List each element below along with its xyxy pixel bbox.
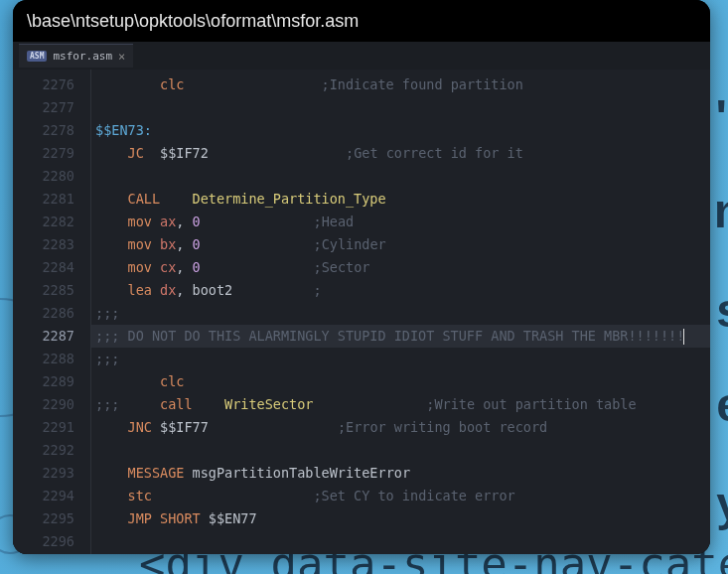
line-number: 2290 (13, 393, 74, 416)
editor-window: \base\ntsetup\opktools\oformat\msfor.asm… (13, 0, 710, 554)
window-title: \base\ntsetup\opktools\oformat\msfor.asm (27, 11, 359, 32)
code-line[interactable]: JNC $$IF77 ;Error writing boot record (95, 416, 710, 439)
code-editor[interactable]: 2276227722782279228022812282228322842285… (13, 70, 710, 554)
code-line[interactable]: mov bx, 0 ;Cylinder (95, 233, 710, 256)
line-number: 2296 (13, 530, 74, 553)
line-number-gutter: 2276227722782279228022812282228322842285… (13, 70, 90, 554)
line-number: 2287 (13, 325, 74, 348)
code-line[interactable]: JMP SHORT $$EN77 (95, 507, 710, 530)
code-line[interactable]: $$EN73: (95, 119, 710, 142)
bg-text-fragment: n (714, 184, 728, 238)
code-line[interactable]: clc ;Indicate found partition (95, 73, 710, 96)
line-number: 2276 (13, 73, 74, 96)
bg-text-fragment: e (716, 377, 728, 432)
line-number: 2289 (13, 370, 74, 393)
line-number: 2277 (13, 96, 74, 119)
code-content[interactable]: clc ;Indicate found partition $$EN73: JC… (91, 70, 710, 554)
code-line[interactable]: clc (95, 370, 710, 393)
line-number: 2292 (13, 439, 74, 462)
tab-msfor[interactable]: ASM msfor.asm × (19, 44, 133, 68)
line-number: 2279 (13, 142, 74, 165)
line-number: 2288 (13, 348, 74, 370)
close-icon[interactable]: × (118, 50, 125, 64)
line-number: 2281 (13, 188, 74, 211)
line-number: 2283 (13, 233, 74, 256)
code-line[interactable] (95, 165, 710, 188)
code-line[interactable] (95, 530, 710, 553)
bg-text-fragment: y (716, 477, 728, 531)
code-line[interactable]: ;;; (95, 348, 710, 370)
code-line[interactable]: mov ax, 0 ;Head (95, 211, 710, 233)
line-number: 2282 (13, 211, 74, 233)
code-line[interactable]: JC $$IF72 ;Get correct id for it (95, 142, 710, 165)
code-line[interactable]: mov cx, 0 ;Sector (95, 256, 710, 279)
code-line[interactable]: CALL Determine_Partition_Type (95, 188, 710, 211)
code-line[interactable]: stc ;Set CY to indicate error (95, 485, 710, 507)
window-titlebar[interactable]: \base\ntsetup\opktools\oformat\msfor.asm (13, 0, 710, 42)
line-number: 2285 (13, 279, 74, 302)
bg-text-fragment: '; (716, 89, 728, 144)
tab-filename: msfor.asm (53, 50, 112, 63)
text-cursor (683, 329, 684, 345)
code-line[interactable]: ;;; DO NOT DO THIS ALARMINGLY STUPID IDI… (91, 325, 710, 348)
code-line[interactable]: ;;; call WriteSector ;Write out partitio… (95, 393, 710, 416)
line-number: 2294 (13, 485, 74, 507)
code-line[interactable] (95, 96, 710, 119)
bg-text-fragment: s (716, 283, 728, 338)
code-line[interactable]: lea dx, boot2 ; (95, 279, 710, 302)
line-number: 2278 (13, 119, 74, 142)
code-line[interactable] (95, 439, 710, 462)
code-line[interactable]: MESSAGE msgPartitionTableWriteError (95, 462, 710, 485)
tab-bar: ASM msfor.asm × (13, 42, 710, 70)
line-number: 2291 (13, 416, 74, 439)
code-line[interactable]: ;;; (95, 302, 710, 325)
line-number: 2284 (13, 256, 74, 279)
line-number: 2293 (13, 462, 74, 485)
line-number: 2286 (13, 302, 74, 325)
line-number: 2280 (13, 165, 74, 188)
line-number: 2295 (13, 507, 74, 530)
tab-filetype-badge: ASM (27, 51, 47, 62)
